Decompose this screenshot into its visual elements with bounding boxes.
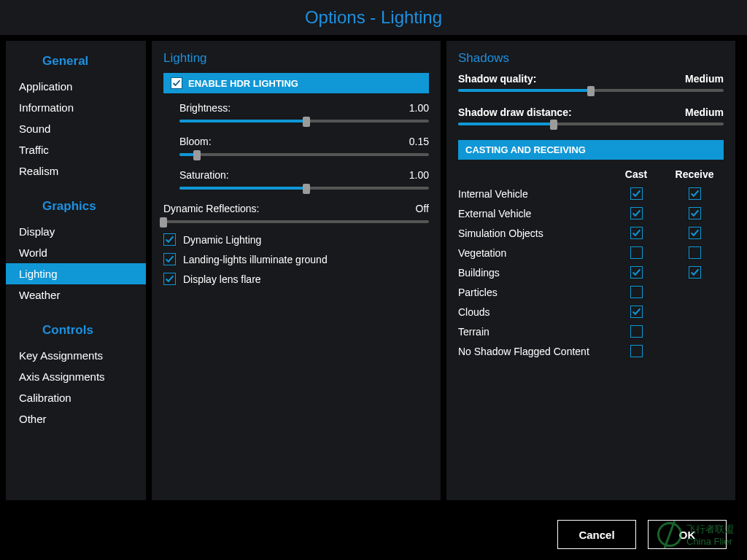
sidebar-item-other[interactable]: Other — [6, 408, 146, 429]
cast-checkbox[interactable] — [630, 325, 643, 338]
check-icon — [172, 79, 181, 88]
lighting-panel: Lighting ENABLE HDR LIGHTING Brightness:… — [152, 41, 441, 500]
cast-checkbox[interactable] — [630, 187, 643, 200]
brightness-value: 1.00 — [409, 102, 429, 114]
sidebar-item-key-assignments[interactable]: Key Assignments — [6, 345, 146, 366]
row-label: Clouds — [458, 306, 607, 318]
dyn-reflections-slider[interactable] — [163, 217, 429, 226]
col-cast — [607, 227, 665, 239]
main-body: General Application Information Sound Tr… — [0, 35, 747, 502]
footer: Cancel OK — [0, 509, 747, 560]
shadow-table-head: Cast Receive — [458, 168, 724, 180]
sidebar-item-sound[interactable]: Sound — [6, 118, 146, 139]
bloom-slider[interactable] — [179, 150, 429, 159]
sidebar-item-axis-assignments[interactable]: Axis Assignments — [6, 366, 146, 387]
check-icon — [690, 268, 700, 277]
bloom-value: 0.15 — [409, 136, 429, 147]
sidebar-item-calibration[interactable]: Calibration — [6, 387, 146, 408]
page-header: Options - Lighting — [0, 0, 747, 35]
landing-lights-checkbox[interactable] — [163, 253, 176, 265]
cast-checkbox[interactable] — [630, 345, 643, 357]
receive-checkbox[interactable] — [689, 207, 701, 219]
sidebar-section-graphics: Graphics — [6, 195, 146, 221]
row-label: Internal Vehicle — [458, 188, 607, 200]
check-icon — [165, 274, 174, 284]
cast-checkbox[interactable] — [630, 227, 643, 239]
dyn-reflections-label: Dynamic Reflections: — [163, 203, 260, 214]
col-cast — [607, 187, 665, 200]
col-cast: Cast — [607, 168, 665, 180]
cast-checkbox[interactable] — [630, 266, 643, 279]
cast-checkbox[interactable] — [630, 286, 643, 298]
brightness-slider[interactable] — [179, 117, 429, 125]
enable-hdr-label: ENABLE HDR LIGHTING — [188, 78, 298, 89]
table-row: Clouds — [458, 306, 724, 318]
col-receive: Receive — [665, 168, 724, 180]
cancel-button[interactable]: Cancel — [557, 520, 636, 549]
col-cast — [607, 325, 665, 338]
check-icon — [632, 228, 641, 238]
sidebar-item-information[interactable]: Information — [6, 97, 146, 118]
lens-flare-label: Display lens flare — [183, 273, 261, 285]
receive-checkbox[interactable] — [689, 246, 701, 259]
sidebar-item-realism[interactable]: Realism — [6, 160, 146, 182]
receive-checkbox[interactable] — [689, 227, 701, 239]
col-receive — [665, 246, 724, 259]
landing-lights-label: Landing-lights illuminate ground — [183, 254, 328, 265]
col-receive — [665, 266, 724, 279]
table-row: No Shadow Flagged Content — [458, 345, 724, 357]
shadow-table-body: Internal VehicleExternal VehicleSimulati… — [458, 187, 724, 357]
lighting-heading: Lighting — [163, 51, 429, 66]
brightness-label: Brightness: — [179, 102, 231, 114]
saturation-value: 1.00 — [409, 169, 429, 181]
col-cast — [607, 345, 665, 357]
enable-hdr-row[interactable]: ENABLE HDR LIGHTING — [163, 73, 429, 93]
dynamic-lighting-checkbox[interactable] — [163, 233, 176, 246]
col-cast — [607, 306, 665, 318]
shadow-quality-value: Medium — [685, 73, 724, 85]
check-icon — [632, 189, 641, 198]
receive-checkbox[interactable] — [689, 266, 701, 279]
check-icon — [165, 235, 174, 244]
check-icon — [632, 209, 641, 218]
sidebar-item-application[interactable]: Application — [6, 76, 146, 97]
sidebar-section-general: General — [6, 50, 146, 76]
bloom-label: Bloom: — [179, 136, 212, 147]
casting-receiving-header: CASTING AND RECEIVING — [458, 140, 724, 160]
table-row: Simulation Objects — [458, 227, 724, 239]
sidebar-item-world[interactable]: World — [6, 242, 146, 263]
shadow-distance-slider[interactable] — [458, 120, 724, 128]
shadow-distance-label: Shadow draw distance: — [458, 106, 572, 118]
table-row: Vegetation — [458, 246, 724, 259]
row-label: Particles — [458, 287, 607, 298]
table-row: Buildings — [458, 266, 724, 279]
ok-button[interactable]: OK — [648, 520, 727, 549]
enable-hdr-checkbox[interactable] — [171, 77, 182, 89]
receive-checkbox[interactable] — [689, 187, 701, 200]
bloom-group: Bloom:0.15 — [163, 136, 429, 159]
casting-receiving-label: CASTING AND RECEIVING — [465, 144, 586, 155]
shadow-quality-slider[interactable] — [458, 86, 724, 95]
dyn-reflections-value: Off — [416, 203, 429, 214]
cast-checkbox[interactable] — [630, 246, 643, 259]
sidebar-item-traffic[interactable]: Traffic — [6, 139, 146, 160]
lens-flare-checkbox[interactable] — [163, 273, 176, 285]
cast-checkbox[interactable] — [630, 306, 643, 318]
sidebar-item-lighting[interactable]: Lighting — [6, 263, 146, 284]
dynamic-lighting-row[interactable]: Dynamic Lighting — [163, 233, 429, 246]
col-receive — [665, 207, 724, 219]
row-label: No Shadow Flagged Content — [458, 346, 607, 357]
col-cast — [607, 246, 665, 259]
sidebar-item-weather[interactable]: Weather — [6, 284, 146, 306]
col-cast — [607, 266, 665, 279]
cast-checkbox[interactable] — [630, 207, 643, 219]
check-icon — [165, 254, 174, 264]
saturation-slider[interactable] — [179, 184, 429, 192]
lens-flare-row[interactable]: Display lens flare — [163, 273, 429, 285]
shadow-distance-value: Medium — [685, 106, 724, 118]
row-label: Vegetation — [458, 247, 607, 259]
sidebar-section-controls: Controls — [6, 319, 146, 345]
landing-lights-row[interactable]: Landing-lights illuminate ground — [163, 253, 429, 265]
saturation-label: Saturation: — [179, 169, 229, 181]
sidebar-item-display[interactable]: Display — [6, 221, 146, 242]
